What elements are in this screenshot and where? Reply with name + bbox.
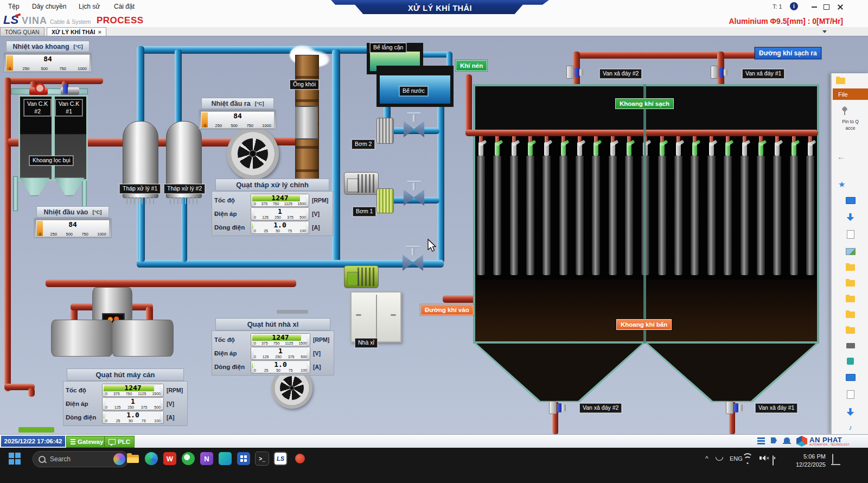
slag-house — [350, 291, 401, 342]
explorer-nav-item[interactable] — [846, 248, 856, 255]
battery-icon[interactable] — [773, 455, 774, 466]
mouse-cursor — [426, 238, 438, 252]
close-button[interactable] — [834, 3, 846, 11]
blue-pipe — [332, 49, 340, 263]
favorites-star-icon[interactable]: ★ — [838, 180, 845, 189]
current-gauge: 1.00255075100 — [251, 221, 309, 234]
red-pipe — [4, 78, 103, 84]
clean-chamber-label: Khoang khí sạch — [615, 98, 674, 109]
tick-label: 1125 — [138, 392, 146, 396]
furnace-tank-left — [51, 320, 113, 357]
visual-studio-icon[interactable]: N — [200, 452, 214, 466]
list-icon[interactable] — [757, 437, 765, 445]
gauge-value: 84 — [36, 221, 109, 228]
tray-chevron-icon[interactable]: ^ — [705, 455, 709, 462]
menu-settings[interactable]: Cài đặt — [114, 3, 135, 10]
explorer-nav-item[interactable] — [846, 327, 855, 334]
file-explorer-icon[interactable] — [126, 452, 140, 466]
tick-label: 375 — [141, 405, 148, 409]
taskbar-clock[interactable]: 5:06 PM12/22/2025 — [787, 453, 826, 469]
drain-valve-icon — [726, 401, 743, 414]
explorer-file-menu[interactable]: File — [833, 88, 868, 100]
nozzle-icon — [577, 142, 582, 156]
volume-muted-icon[interactable]: × — [760, 455, 769, 461]
bell-icon[interactable] — [784, 437, 793, 445]
search-input[interactable]: Search — [33, 451, 129, 467]
temp-gauge-khoang: Nhiệt vào khoang[°C] 84 02505007501000 — [3, 41, 92, 73]
tab-overflow-icon[interactable] — [822, 30, 827, 33]
notification-bell-icon[interactable] — [832, 454, 833, 464]
menu-file[interactable]: Tệp — [8, 3, 20, 10]
nozzle-icon — [775, 142, 780, 156]
dust-filter-leg — [13, 176, 18, 211]
explorer-nav-item[interactable] — [847, 213, 854, 221]
fan-panel-rolling-mill: Quạt hút máy cán Tốc độ 1247037575011251… — [63, 368, 188, 426]
clean-gas-outlet-label: Đường khí sạch ra — [755, 47, 821, 59]
chimney-band — [295, 106, 318, 139]
recording-app-icon[interactable] — [293, 452, 307, 466]
tab-close-icon[interactable]: × — [98, 29, 101, 35]
product-rate-readout: Aluminium Φ9.5[mm] : 0[MT/Hr] — [729, 17, 843, 26]
compressed-air-pipe — [465, 74, 472, 134]
menu-line[interactable]: Dây chuyền — [32, 3, 66, 10]
language-indicator[interactable]: ENG — [730, 455, 743, 462]
equipment-label: Van C.K#1 — [55, 99, 82, 116]
back-arrow-icon[interactable]: ← — [837, 152, 845, 161]
nozzle-icon — [512, 142, 516, 156]
tick-label: 0 — [105, 419, 107, 423]
gauge-value: 84 — [6, 55, 90, 62]
explorer-nav-item[interactable] — [847, 230, 854, 239]
plc-status-button[interactable]: PLC — [104, 436, 135, 448]
explorer-nav-item[interactable] — [846, 197, 856, 204]
page-title-banner: XỬ LÝ KHÍ THẢI — [331, 0, 549, 15]
info-icon[interactable]: i — [790, 2, 798, 10]
media-app-icon[interactable] — [181, 452, 195, 466]
nozzle-icon — [676, 142, 681, 156]
explorer-nav-item[interactable] — [846, 280, 855, 287]
calculator-icon[interactable] — [237, 452, 251, 466]
pump-1 — [344, 265, 379, 288]
tick-label: 50 — [129, 419, 133, 423]
tick-label: 375 — [261, 202, 267, 206]
nozzle-icon — [709, 142, 714, 156]
explorer-nav-item[interactable] — [847, 390, 854, 399]
filter-bag — [509, 136, 519, 275]
gate-valve-icon — [404, 181, 424, 206]
restore-button[interactable] — [820, 3, 832, 11]
fan-row-current: Dòng điện 1.00255075100 [A] — [66, 410, 185, 424]
start-button[interactable] — [8, 452, 22, 466]
explorer-nav-item[interactable] — [847, 408, 854, 416]
tick-label: 100 — [299, 229, 306, 233]
equipment-label: Bể nước — [399, 86, 428, 96]
scada-canvas: Van C.K#2 Van C.K#1 Khoang lọc bụi Tháp … — [0, 36, 868, 435]
wps-office-icon[interactable]: W — [163, 452, 177, 466]
explorer-nav-item[interactable]: ♪ — [848, 425, 852, 430]
baghouse-hopper — [474, 344, 644, 402]
tick-label: 250 — [50, 232, 58, 237]
explorer-nav-item[interactable] — [846, 264, 855, 271]
ls-hmi-app-icon[interactable]: LS — [273, 452, 288, 466]
filter-bag — [806, 136, 815, 275]
gauge-title: Nhiệt đầu vào — [44, 208, 88, 216]
app-icon-teal[interactable] — [218, 452, 232, 466]
explorer-nav-list: ♪ — [832, 197, 868, 434]
explorer-nav-item[interactable] — [846, 312, 855, 318]
tick-label: 0 — [254, 355, 256, 359]
fan-row-current: Dòng điện 1.00255075100 [A] — [214, 360, 331, 373]
fan-panel-slag-house: Quạt hút nhà xỉ Tốc độ 12470375750112515… — [212, 318, 334, 376]
tab-xu-ly-khi-thai[interactable]: XỬ LÝ KHÍ THẢI × — [47, 27, 106, 36]
menu-history[interactable]: Lịch sử — [79, 3, 100, 10]
terminal-icon[interactable]: >_ — [255, 452, 269, 466]
minimize-button[interactable] — [808, 3, 820, 11]
tick-label: 1500 — [152, 392, 161, 396]
edge-browser-icon[interactable] — [144, 452, 158, 466]
tag-icon[interactable] — [771, 437, 780, 445]
explorer-nav-item[interactable] — [846, 296, 855, 302]
nozzle-icon — [725, 142, 730, 156]
explorer-nav-item[interactable] — [846, 374, 856, 381]
tab-tong-quan[interactable]: TỔNG QUAN — [0, 27, 44, 36]
gateway-status-button[interactable]: Gateway — [66, 436, 107, 448]
explorer-nav-item[interactable] — [846, 343, 855, 348]
nozzle-icon — [808, 142, 813, 156]
explorer-nav-item[interactable] — [847, 358, 854, 365]
